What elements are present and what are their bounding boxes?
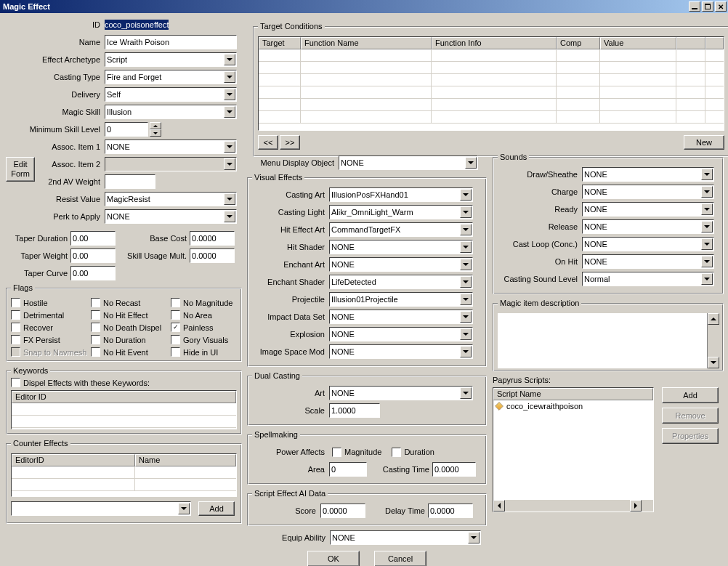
- explosion-select[interactable]: NONE: [329, 327, 473, 341]
- tc-hdr-comp[interactable]: Comp: [557, 37, 600, 49]
- assoc1-select[interactable]: NONE: [105, 140, 237, 154]
- impact-data-select[interactable]: NONE: [329, 310, 473, 324]
- chk-no-area[interactable]: No Area: [171, 310, 236, 320]
- chk-dispel-keywords[interactable]: Dispel Effects with these Keywords:: [11, 378, 237, 387]
- counter-add-button[interactable]: Add: [198, 501, 235, 516]
- keywords-grid[interactable]: Editor ID: [11, 390, 237, 429]
- base-cost-field[interactable]: [190, 231, 235, 246]
- delivery-select[interactable]: Self: [105, 87, 237, 102]
- casting-art-select[interactable]: IllusionPosFXHand01: [329, 187, 473, 202]
- equip-ability-select[interactable]: NONE: [330, 530, 481, 545]
- taper-duration-field[interactable]: [70, 231, 116, 246]
- chk-magnitude[interactable]: Magnitude: [332, 448, 381, 457]
- minimize-button[interactable]: [689, 1, 700, 12]
- chk-gory[interactable]: Gory Visuals: [171, 335, 236, 344]
- tc-next-button[interactable]: >>: [280, 135, 300, 150]
- counter-effects-grid[interactable]: EditorID Name: [11, 453, 237, 497]
- tc-hdr-blank2[interactable]: [705, 37, 724, 49]
- chk-no-hit-effect[interactable]: No Hit Effect: [91, 310, 171, 320]
- perk-select[interactable]: NONE: [105, 209, 237, 224]
- id-field[interactable]: coco_poisoneffect: [105, 20, 237, 30]
- script-row[interactable]: coco_icewraithpoison: [495, 402, 652, 411]
- script-add-button[interactable]: Add: [662, 387, 719, 403]
- resist-select[interactable]: MagicResist: [105, 192, 237, 206]
- tc-hdr-target[interactable]: Target: [259, 37, 301, 49]
- casting-light-select[interactable]: Alikr_OmniLight_Warm: [329, 205, 473, 219]
- ce-hdr-editorid[interactable]: EditorID: [12, 454, 135, 466]
- dc-scale-field[interactable]: [329, 403, 380, 418]
- delay-time-field[interactable]: [428, 504, 473, 518]
- hit-shader-select[interactable]: NONE: [329, 240, 473, 254]
- edit-form-button[interactable]: Edit Form: [6, 157, 35, 182]
- chk-no-recast[interactable]: No Recast: [91, 298, 171, 307]
- av2-field[interactable]: [105, 174, 155, 189]
- cancel-button[interactable]: Cancel: [374, 551, 426, 566]
- enchant-art-select[interactable]: NONE: [329, 257, 473, 272]
- score-field[interactable]: [320, 504, 365, 518]
- casting-type-select[interactable]: Fire and Forget: [105, 70, 237, 84]
- chk-recover[interactable]: Recover: [11, 323, 91, 332]
- close-button[interactable]: ✕: [715, 1, 727, 12]
- projectile-select[interactable]: Illusion01Projectile: [329, 292, 473, 307]
- scroll-up-icon[interactable]: [708, 313, 719, 325]
- tc-hdr-blank1[interactable]: [676, 37, 705, 49]
- cast-loop-select[interactable]: NONE: [582, 237, 714, 251]
- chk-no-magnitude[interactable]: No Magnitude: [171, 298, 236, 307]
- min-skill-field[interactable]: [105, 122, 148, 137]
- scripts-hdr-name[interactable]: Script Name: [493, 388, 653, 400]
- chk-detrimental[interactable]: Detrimental: [11, 310, 91, 320]
- draw-sheathe-select[interactable]: NONE: [582, 167, 714, 182]
- chk-duration[interactable]: Duration: [392, 448, 434, 457]
- archetype-select[interactable]: Script: [105, 52, 237, 67]
- spin-up-icon[interactable]: [150, 122, 161, 129]
- ready-label: Ready: [498, 205, 578, 214]
- magic-desc-textarea[interactable]: [498, 313, 719, 368]
- cast-sound-level-select[interactable]: Normal: [582, 272, 714, 286]
- enchant-shader-select[interactable]: LifeDetected: [329, 275, 473, 289]
- name-field[interactable]: [105, 35, 237, 49]
- chk-hostile[interactable]: Hostile: [11, 298, 91, 307]
- delivery-label: Delivery: [6, 90, 100, 99]
- taper-weight-field[interactable]: [70, 248, 116, 263]
- casting-time-field[interactable]: [432, 462, 476, 477]
- chk-no-death-dispel[interactable]: No Death Dispel: [91, 323, 171, 332]
- dc-art-select[interactable]: NONE: [329, 386, 473, 400]
- delay-time-label: Delay Time: [370, 506, 425, 515]
- chk-no-hit-event[interactable]: No Hit Event: [91, 347, 171, 357]
- skill-usage-field[interactable]: [190, 248, 235, 263]
- spin-down-icon[interactable]: [150, 129, 161, 137]
- ready-select[interactable]: NONE: [582, 202, 714, 217]
- image-space-select[interactable]: NONE: [329, 344, 473, 359]
- maximize-button[interactable]: [702, 1, 713, 12]
- counter-effect-select[interactable]: [11, 501, 191, 516]
- chevron-down-icon: [460, 189, 472, 201]
- area-field[interactable]: [329, 462, 367, 477]
- taper-curve-field[interactable]: [70, 266, 116, 280]
- tc-hdr-info[interactable]: Function Info: [432, 37, 557, 49]
- magic-skill-select[interactable]: Illusion: [105, 105, 237, 119]
- chk-painless[interactable]: ✓Painless: [171, 323, 236, 332]
- charge-select[interactable]: NONE: [582, 185, 714, 199]
- scripts-grid[interactable]: Script Name coco_icewraithpoison: [493, 387, 654, 512]
- release-select[interactable]: NONE: [582, 219, 714, 234]
- release-label: Release: [498, 222, 578, 231]
- assoc2-select: [105, 157, 237, 171]
- ok-button[interactable]: OK: [307, 551, 360, 566]
- tc-hdr-func[interactable]: Function Name: [301, 37, 432, 49]
- target-conditions-grid[interactable]: Target Function Name Function Info Comp …: [258, 36, 724, 131]
- tc-prev-button[interactable]: <<: [258, 135, 278, 150]
- on-hit-select[interactable]: NONE: [582, 254, 714, 269]
- scroll-down-icon[interactable]: [708, 357, 719, 368]
- chk-hide-ui[interactable]: Hide in UI: [171, 347, 236, 357]
- tc-hdr-value[interactable]: Value: [600, 37, 676, 49]
- hit-effect-art-select[interactable]: CommandTargetFX: [329, 222, 473, 237]
- tc-new-button[interactable]: New: [684, 135, 724, 150]
- kw-hdr-editorid[interactable]: Editor ID: [12, 391, 236, 403]
- menu-display-select[interactable]: NONE: [339, 155, 478, 170]
- chevron-down-icon: [460, 328, 472, 340]
- scroll-right-icon[interactable]: [630, 500, 642, 512]
- chk-fx-persist[interactable]: FX Persist: [11, 335, 91, 344]
- chk-no-duration[interactable]: No Duration: [91, 335, 171, 344]
- scroll-left-icon[interactable]: [493, 500, 505, 512]
- ce-hdr-name[interactable]: Name: [135, 454, 236, 466]
